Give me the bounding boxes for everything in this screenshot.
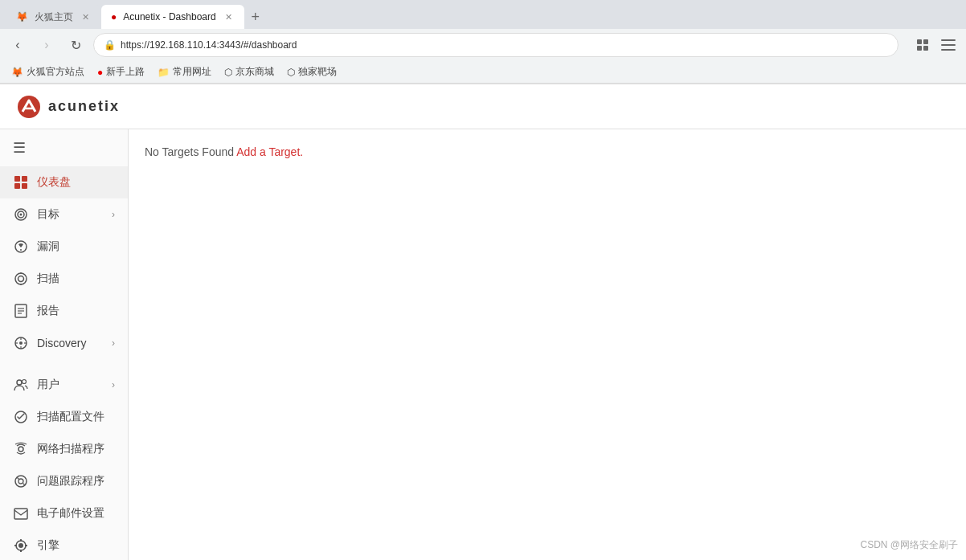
svg-rect-10 bbox=[14, 183, 20, 189]
back-button[interactable]: ‹ bbox=[6, 34, 29, 56]
bookmark-folder-icon: 📁 bbox=[158, 67, 170, 78]
bookmark-jd-icon: ⬡ bbox=[224, 67, 232, 78]
acunetix-logo-text: acunetix bbox=[48, 98, 120, 115]
svg-rect-6 bbox=[941, 49, 956, 51]
svg-rect-45 bbox=[25, 545, 27, 546]
scan-icon bbox=[13, 271, 29, 287]
bookmark-beginners-icon: ● bbox=[97, 67, 103, 78]
svg-point-32 bbox=[23, 380, 27, 384]
sidebar-item-scan-profiles[interactable]: 扫描配置文件 bbox=[0, 401, 128, 433]
tab-firefox-icon: 🦊 bbox=[16, 11, 28, 22]
sidebar-item-scans[interactable]: 扫描 bbox=[0, 263, 128, 295]
sidebar-item-engine[interactable]: 引擎 bbox=[0, 529, 128, 560]
tab-firefox-label: 火狐主页 bbox=[35, 10, 73, 24]
targets-icon bbox=[13, 206, 29, 223]
sidebar-targets-label: 目标 bbox=[37, 207, 59, 222]
browser-menu-button[interactable] bbox=[937, 34, 960, 56]
svg-rect-44 bbox=[14, 545, 17, 546]
forward-button[interactable]: › bbox=[35, 34, 58, 56]
csdn-watermark-text: CSDN @网络安全刷子 bbox=[860, 539, 958, 550]
sidebar-item-users[interactable]: 用户 › bbox=[0, 369, 128, 401]
svg-point-36 bbox=[18, 479, 23, 484]
bookmark-beginners-label: 新手上路 bbox=[106, 65, 145, 79]
svg-rect-8 bbox=[14, 176, 20, 182]
sidebar-engine-label: 引擎 bbox=[37, 538, 59, 553]
targets-chevron-icon: › bbox=[112, 209, 115, 220]
dashboard-icon bbox=[13, 174, 29, 190]
reload-button[interactable]: ↻ bbox=[64, 34, 87, 56]
bookmark-firefox-icon: 🦊 bbox=[11, 67, 23, 78]
sidebar-users-label: 用户 bbox=[37, 378, 59, 392]
no-targets-message: No Targets Found Add a Target. bbox=[145, 145, 950, 158]
sidebar-scan-profiles-label: 扫描配置文件 bbox=[37, 410, 104, 424]
sidebar-vuln-label: 漏洞 bbox=[37, 239, 59, 254]
sidebar-issue-tracker-label: 问题跟踪程序 bbox=[37, 474, 104, 488]
tab-acunetix-icon: ● bbox=[111, 11, 117, 22]
svg-point-34 bbox=[18, 447, 23, 452]
content-area: No Targets Found Add a Target. bbox=[129, 129, 966, 560]
sidebar-item-email-settings[interactable]: 电子邮件设置 bbox=[0, 497, 128, 529]
bookmark-beginners[interactable]: ● 新手上路 bbox=[92, 63, 149, 80]
no-targets-text: No Targets Found bbox=[145, 145, 236, 158]
browser-chrome: 🦊 火狐主页 ✕ ● Acunetix - Dashboard ✕ + ‹ › … bbox=[0, 0, 966, 84]
svg-point-17 bbox=[15, 273, 27, 284]
tab-firefox-close[interactable]: ✕ bbox=[80, 11, 92, 23]
url-field[interactable]: 🔒 https://192.168.110.14:3443/#/dashboar… bbox=[93, 33, 898, 57]
svg-rect-39 bbox=[14, 509, 27, 519]
top-navbar: acunetix bbox=[0, 84, 966, 129]
svg-point-26 bbox=[19, 341, 23, 345]
bookmark-exclusive-range[interactable]: ⬡ 独家靶场 bbox=[282, 63, 342, 80]
url-text: https://192.168.110.14:3443/#/dashboard bbox=[121, 39, 297, 51]
address-bar: ‹ › ↻ 🔒 https://192.168.110.14:3443/#/da… bbox=[0, 29, 966, 61]
sidebar-item-issue-tracker[interactable]: 问题跟踪程序 bbox=[0, 465, 128, 497]
sidebar-item-vulnerabilities[interactable]: 漏洞 bbox=[0, 231, 128, 263]
bookmark-firefox-label: 火狐官方站点 bbox=[27, 65, 84, 79]
sidebar: ☰ 仪表盘 bbox=[0, 129, 129, 560]
main-area: ☰ 仪表盘 bbox=[0, 129, 966, 560]
issue-tracker-icon bbox=[13, 473, 29, 489]
sidebar-item-discovery[interactable]: Discovery › bbox=[0, 327, 128, 359]
sidebar-network-scanner-label: 网络扫描程序 bbox=[37, 442, 104, 456]
discovery-chevron-icon: › bbox=[112, 337, 115, 349]
app-container: acunetix ☰ 仪表盘 bbox=[0, 84, 966, 560]
sidebar-discovery-label: Discovery bbox=[37, 337, 86, 349]
scan-profiles-icon bbox=[13, 409, 29, 425]
users-icon bbox=[13, 377, 29, 393]
vuln-icon bbox=[13, 239, 29, 255]
tab-acunetix[interactable]: ● Acunetix - Dashboard ✕ bbox=[101, 5, 244, 29]
svg-point-18 bbox=[18, 276, 24, 282]
svg-point-14 bbox=[20, 214, 23, 216]
reports-icon bbox=[13, 303, 29, 319]
svg-rect-0 bbox=[917, 39, 922, 44]
add-target-link[interactable]: Add a Target. bbox=[236, 145, 303, 158]
svg-rect-2 bbox=[917, 46, 922, 51]
bookmark-jd[interactable]: ⬡ 京东商城 bbox=[219, 63, 279, 80]
tab-acunetix-close[interactable]: ✕ bbox=[223, 11, 235, 23]
svg-rect-5 bbox=[941, 44, 956, 46]
new-tab-button[interactable]: + bbox=[244, 6, 267, 28]
tab-bar: 🦊 火狐主页 ✕ ● Acunetix - Dashboard ✕ + bbox=[0, 0, 966, 29]
sidebar-item-network-scanner[interactable]: 网络扫描程序 bbox=[0, 433, 128, 465]
acunetix-logo[interactable]: acunetix bbox=[16, 94, 120, 120]
extensions-icon[interactable] bbox=[911, 34, 934, 56]
sidebar-email-label: 电子邮件设置 bbox=[37, 506, 104, 521]
bookmark-common-sites[interactable]: 📁 常用网址 bbox=[153, 63, 216, 80]
svg-rect-4 bbox=[941, 39, 956, 41]
sidebar-item-dashboard[interactable]: 仪表盘 bbox=[0, 166, 128, 198]
network-scanner-icon bbox=[13, 441, 29, 457]
svg-line-38 bbox=[23, 484, 26, 486]
hamburger-icon[interactable]: ☰ bbox=[13, 139, 26, 157]
sidebar-reports-label: 报告 bbox=[37, 304, 59, 318]
sidebar-item-reports[interactable]: 报告 bbox=[0, 295, 128, 327]
users-chevron-icon: › bbox=[112, 379, 115, 390]
bookmark-firefox-official[interactable]: 🦊 火狐官方站点 bbox=[6, 63, 89, 80]
bookmark-range-icon: ⬡ bbox=[287, 67, 295, 78]
svg-rect-11 bbox=[22, 183, 27, 189]
bookmark-jd-label: 京东商城 bbox=[235, 65, 274, 79]
svg-point-7 bbox=[18, 96, 40, 118]
svg-rect-3 bbox=[923, 46, 928, 51]
sidebar-item-targets[interactable]: 目标 › bbox=[0, 198, 128, 231]
acunetix-logo-icon bbox=[16, 94, 42, 120]
sidebar-dashboard-label: 仪表盘 bbox=[37, 175, 71, 190]
tab-firefox-home[interactable]: 🦊 火狐主页 ✕ bbox=[6, 5, 101, 29]
